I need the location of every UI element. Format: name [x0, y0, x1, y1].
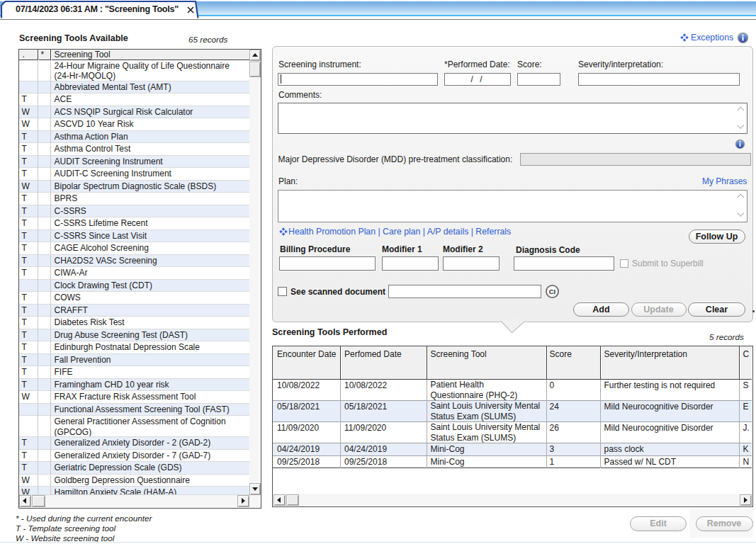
svg-text:CI: CI — [548, 288, 555, 295]
